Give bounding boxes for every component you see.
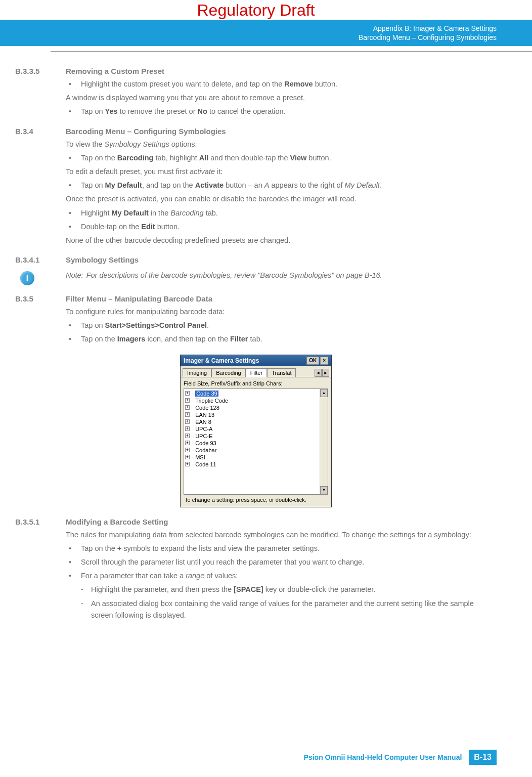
section-number: B.3.5.1 (15, 517, 66, 526)
section-number: B.3.4.1 (15, 255, 66, 264)
list-item[interactable]: +··UPC-E (185, 433, 327, 440)
note-label: Note: (66, 271, 83, 279)
tab-imaging[interactable]: Imaging (183, 368, 211, 377)
expand-icon[interactable]: + (185, 405, 190, 410)
header-line-1: Appendix B: Imager & Camera Settings (373, 24, 497, 33)
section-b35: B.3.5 Filter Menu – Manipulating Barcode… (15, 294, 497, 303)
hint-text: To change a setting: press space, or dou… (184, 495, 328, 504)
close-button[interactable]: × (320, 357, 328, 365)
scroll-up-icon[interactable]: ▲ (320, 389, 328, 397)
expand-icon[interactable]: + (185, 455, 190, 459)
section-title: Symbology Settings (66, 255, 139, 264)
note-text: For descriptions of the barcode symbolog… (86, 271, 382, 279)
expand-icon[interactable]: + (185, 419, 190, 424)
expand-icon[interactable]: + (185, 448, 190, 452)
window-title: Imager & Camera Settings (184, 357, 259, 364)
filter-panel: Field Size, Prefix/Suffix and Strip Char… (181, 377, 331, 507)
list-item[interactable]: +··Codabar (185, 447, 327, 454)
tab-bar: Imaging Barcoding Filter Translat ◄ ► (181, 366, 331, 377)
expand-icon[interactable]: + (185, 391, 190, 396)
tab-translations[interactable]: Translat (267, 368, 296, 377)
symbology-list[interactable]: +··Code 39+··Trioptic Code+··Code 128+··… (184, 388, 328, 495)
expand-icon[interactable]: + (185, 398, 190, 403)
section-title: Modifying a Barcode Setting (66, 517, 168, 526)
note-block: i Note:For descriptions of the barcode s… (20, 271, 497, 285)
expand-icon[interactable]: + (185, 462, 190, 466)
info-icon: i (20, 271, 34, 285)
expand-icon[interactable]: + (185, 441, 190, 445)
expand-icon[interactable]: + (185, 412, 190, 417)
section-body: The rules for manipulating data from sel… (66, 529, 497, 621)
scroll-down-icon[interactable]: ▼ (320, 486, 328, 494)
embedded-screenshot: Imager & Camera Settings OK × Imaging Ba… (180, 355, 332, 507)
section-title: Removing a Custom Preset (66, 67, 164, 75)
header-bar: Appendix B: Imager & Camera Settings Bar… (0, 20, 532, 46)
list-item[interactable]: +··UPC-A (185, 425, 327, 433)
section-b341: B.3.4.1 Symbology Settings (15, 255, 497, 264)
section-b351: B.3.5.1 Modifying a Barcode Setting (15, 517, 497, 526)
list-item[interactable]: +··MSI (185, 454, 327, 461)
header-line-2: Barcoding Menu – Configuring Symbologies (359, 33, 497, 42)
section-title: Filter Menu – Manipulating Barcode Data (66, 294, 212, 303)
list-item[interactable]: +··Code 128 (185, 404, 327, 411)
section-b34: B.3.4 Barcoding Menu – Configuring Symbo… (15, 127, 497, 136)
list-item[interactable]: +··Code 93 (185, 440, 327, 447)
tab-scroll-left-icon[interactable]: ◄ (315, 369, 322, 377)
section-body: •Highlight the custom preset you want to… (66, 78, 497, 118)
watermark: Regulatory Draft (15, 0, 497, 20)
section-b335: B.3.3.5 Removing a Custom Preset (15, 67, 497, 75)
scrollbar[interactable]: ▲ ▼ (320, 389, 328, 494)
section-number: B.3.4 (15, 127, 66, 136)
expand-icon[interactable]: + (185, 434, 190, 438)
section-number: B.3.5 (15, 294, 66, 303)
panel-label: Field Size, Prefix/Suffix and Strip Char… (184, 380, 328, 386)
window-titlebar: Imager & Camera Settings OK × (181, 355, 331, 366)
list-item[interactable]: +··Trioptic Code (185, 397, 327, 404)
list-item[interactable]: +··EAN 13 (185, 411, 327, 418)
page-number: B-13 (469, 750, 497, 765)
tab-barcoding[interactable]: Barcoding (211, 368, 246, 377)
section-number: B.3.3.5 (15, 67, 66, 75)
ok-button[interactable]: OK (306, 357, 319, 365)
page-footer: Psion Omnii Hand-Held Computer User Manu… (304, 750, 497, 765)
section-title: Barcoding Menu – Configuring Symbologies (66, 127, 226, 136)
list-item[interactable]: +··Code 39 (185, 390, 327, 397)
header-divider (51, 51, 532, 52)
expand-icon[interactable]: + (185, 426, 190, 431)
list-item[interactable]: +··Code 11 (185, 461, 327, 468)
tab-scroll-right-icon[interactable]: ► (322, 369, 329, 377)
section-body: To configure rules for manipulating barc… (66, 306, 497, 346)
footer-text: Psion Omnii Hand-Held Computer User Manu… (304, 753, 462, 761)
list-item[interactable]: +··EAN 8 (185, 418, 327, 425)
tab-filter[interactable]: Filter (246, 368, 267, 377)
section-body: To view the Symbology Settings options: … (66, 139, 497, 247)
